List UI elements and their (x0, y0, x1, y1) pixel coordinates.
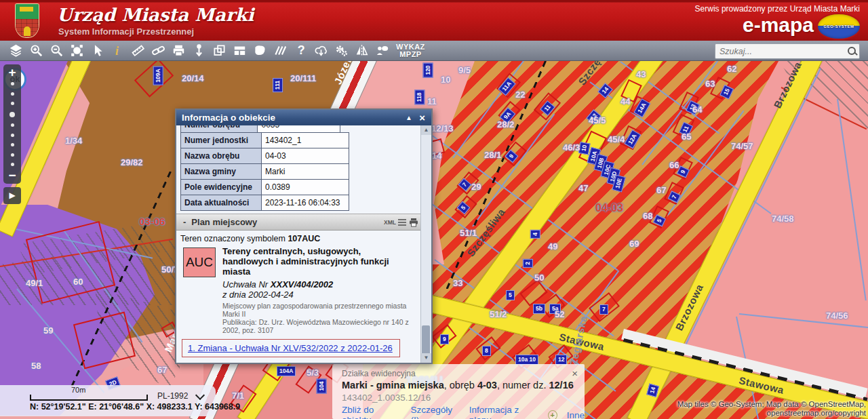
clipped-table-row: Numer obrębu 0035 (180, 125, 340, 132)
plan-links: Pokaż ustalenia szczegółowe dla terenuPo… (180, 361, 410, 363)
parcel-links: Zbliż do obiektu Szczegóły (I) Informacj… (342, 405, 585, 419)
zone-title: Tereny centralnych, usługowych, handlowy… (222, 246, 410, 277)
table-row: Numer jednostki 143402_1 (181, 133, 349, 148)
zoom-bar: + − (3, 64, 21, 184)
plan-change-link[interactable]: 1. Zmiana - Uchwała Nr XLV/532/2022 z 20… (188, 343, 393, 353)
feedback-icon[interactable] (372, 42, 392, 60)
zoom-in-button[interactable]: + (8, 67, 16, 78)
collapse-icon[interactable]: - (183, 217, 186, 227)
zoom-level-dot[interactable] (11, 143, 14, 146)
map-canvas[interactable]: 11A119A975121414A12A1010A10B10C10D10E55b… (0, 61, 868, 419)
page-subtitle: System Informacji Przestrzennej (58, 26, 194, 37)
zoom-level-dot[interactable] (11, 134, 14, 137)
plan-info-link[interactable]: Informacja z planu (469, 405, 538, 419)
scale-label: 70m (71, 386, 85, 394)
status-bar: 70m PL-1992 N: 52°19'52.1" E: 21°06'48.6… (0, 385, 216, 416)
attribute-value: Marki (262, 164, 349, 180)
zoom-out-icon[interactable] (46, 42, 66, 60)
zoom-to-object-link[interactable]: Zbliż do obiektu (342, 405, 401, 419)
plan-section-header[interactable]: -Plan miejscowy XML (176, 214, 431, 231)
cursor-coordinates: N: 52°19'52.1" E: 21°06'48.6" X: 498233.… (30, 402, 240, 412)
point-coordinates-icon[interactable] (189, 42, 209, 60)
popup-titlebar[interactable]: Informacja o obiekcie ▲ × (176, 110, 431, 125)
search-box (715, 43, 860, 59)
zoom-level-dot[interactable] (11, 163, 14, 166)
panel-close-icon[interactable]: × (572, 367, 578, 379)
table-row: Nazwa obrębu 04-03 (181, 148, 349, 164)
zoom-level-dot[interactable] (11, 153, 14, 157)
layout-panels-icon[interactable] (229, 42, 250, 60)
attributes-table: Numer jednostki 143402_1 Nazwa obrębu 04… (180, 132, 349, 211)
area-annotation-icon[interactable] (250, 42, 270, 60)
attribute-value: 04-03 (262, 148, 349, 164)
scroll-up-icon[interactable]: ▲ (421, 125, 431, 135)
zoom-levels (9, 78, 15, 170)
zoom-level-dot[interactable] (11, 123, 14, 127)
zone-symbol: 107AUC (288, 234, 320, 243)
popup-action-link[interactable]: Pokaż ustalenia szczegółowe dla terenu (180, 361, 410, 363)
attribute-value: 2023-11-16 06:04:33 (262, 195, 349, 211)
print-icon[interactable] (168, 42, 189, 60)
attribute-label: Data aktualności (181, 195, 262, 211)
xml-export-icon[interactable]: XML (384, 217, 396, 228)
popup-body: Numer obrębu 0035 Numer jednostki 143402… (176, 125, 431, 363)
zoom-level-dot[interactable] (11, 82, 14, 85)
list-view-icon[interactable] (397, 216, 407, 232)
attribute-label: Nazwa gminy (181, 164, 262, 180)
osm-copyright-link[interactable]: openstreetmap.org/copyright (677, 409, 866, 418)
popup-close-icon[interactable]: × (419, 110, 425, 125)
share-link-icon[interactable] (148, 42, 168, 60)
add-icon[interactable]: + (548, 410, 557, 419)
scroll-down-icon[interactable]: ▼ (421, 353, 431, 363)
resolution-number: XXXV/404/2002 (271, 279, 334, 290)
search-icon[interactable] (846, 45, 859, 58)
resolution-line: Uchwała Nr XXXV/404/2002 (222, 279, 410, 290)
parcel-info-panel: Działka ewidencyjna Marki - gmina miejsk… (332, 364, 585, 419)
table-row: Nazwa gminy Marki (181, 164, 349, 180)
object-info-popup: Informacja o obiekcie ▲ × Numer obrębu 0… (175, 108, 433, 364)
zoom-level-dot-current[interactable] (9, 112, 15, 117)
plan-change-box: 1. Zmiana - Uchwała Nr XLV/532/2022 z 20… (182, 339, 400, 357)
zoom-out-button[interactable]: − (8, 170, 16, 181)
page-title: Urząd Miasta Marki (57, 5, 254, 25)
pointer-icon[interactable] (87, 42, 107, 60)
attribute-value: 143402_1 (262, 133, 349, 148)
duplicate-window-icon[interactable] (209, 42, 229, 60)
parcel-id: 143402_1.0035.12/16 (342, 393, 431, 403)
map-attribution: Map tiles © Geo-System; Map data © OpenS… (677, 400, 866, 418)
chevron-down-icon[interactable] (195, 391, 205, 400)
parcel-headline: Marki - gmina miejska, obręb 4-03, numer… (342, 380, 574, 391)
hatch-style-icon[interactable] (270, 42, 290, 60)
other-link[interactable]: Inne (567, 410, 585, 419)
search-input[interactable] (715, 47, 846, 56)
popup-minimize-icon[interactable]: ▲ (406, 110, 412, 125)
service-note: Serwis prowadzony przez Urząd Miasta Mar… (695, 4, 860, 14)
print-section-icon[interactable] (409, 216, 418, 232)
geo-system-logo: GEO-SYSTEM (816, 13, 861, 40)
parcel-kicker: Działka ewidencyjna (342, 369, 416, 378)
layers-icon[interactable] (5, 42, 26, 60)
sidebar-toggle-button[interactable]: ▶ (3, 187, 21, 204)
zoom-in-icon[interactable] (26, 42, 46, 60)
settings-icon[interactable] (331, 42, 351, 60)
attribute-label: Pole ewidencyjne (181, 180, 262, 195)
zoom-level-dot[interactable] (11, 102, 14, 105)
object-info-icon[interactable]: i (107, 42, 127, 60)
attribute-value: 0035 (258, 125, 340, 132)
attribute-label: Numer obrębu (181, 125, 258, 132)
cloud-download-icon[interactable] (311, 42, 331, 60)
mirror-view-icon[interactable] (351, 42, 372, 60)
plan-section-content: Teren oznaczony symbolem 107AUC AUC Tere… (176, 231, 415, 363)
resolution-date: z dnia 2002-04-24 (222, 290, 410, 300)
city-logo (15, 3, 39, 38)
table-row: Pole ewidencyjne 0.0389 (181, 180, 349, 195)
select-area-icon[interactable] (66, 42, 87, 60)
details-link[interactable]: Szczegóły (I) (410, 405, 459, 419)
crs-selector[interactable]: PL-1992 (157, 391, 188, 401)
measure-icon[interactable] (127, 42, 148, 60)
scale-bar (30, 395, 148, 401)
popup-title: Informacja o obiekcie (182, 113, 275, 123)
wykaz-mpzp-button[interactable]: WYKAZMPZP (396, 43, 425, 58)
help-icon[interactable]: ? (290, 42, 311, 60)
zoom-level-dot[interactable] (11, 92, 14, 96)
